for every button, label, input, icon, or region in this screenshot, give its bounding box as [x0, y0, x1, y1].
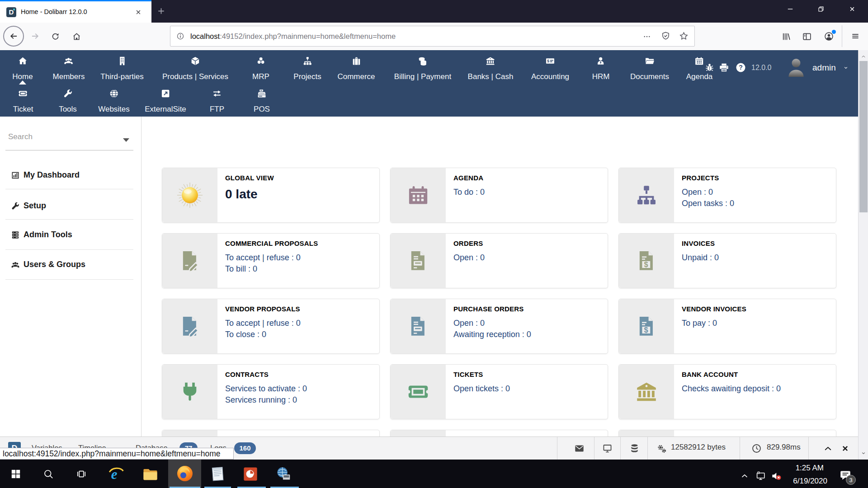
forward-button[interactable] — [31, 32, 40, 41]
avatar[interactable] — [788, 57, 805, 77]
nav-products-services[interactable]: Products | Services — [162, 56, 228, 81]
taskbar-search-icon[interactable] — [43, 469, 54, 479]
search-input[interactable]: Search — [8, 132, 33, 141]
window-restore-button[interactable] — [817, 5, 825, 13]
network-icon[interactable] — [755, 470, 766, 482]
page-actions-icon[interactable] — [643, 33, 651, 41]
browser-scrollbar[interactable] — [858, 50, 868, 460]
debugbar-collapse-icon[interactable] — [823, 443, 833, 454]
file-explorer-icon[interactable] — [142, 466, 159, 483]
nav-hrm[interactable]: HRM — [592, 56, 610, 81]
nav-billing-payment[interactable]: Billing | Payment — [394, 56, 451, 81]
back-button[interactable] — [3, 26, 24, 47]
nav-banks-cash[interactable]: Banks | Cash — [468, 56, 514, 81]
card-stat[interactable]: To accept | refuse : 0 — [225, 318, 301, 329]
nav-home[interactable]: Home — [12, 56, 33, 81]
print-icon[interactable] — [719, 62, 729, 73]
internet-explorer-icon[interactable]: e — [108, 465, 125, 483]
card-stat[interactable]: Unpaid : 0 — [682, 252, 719, 263]
bookmark-star-icon[interactable] — [679, 31, 689, 41]
database-icon[interactable] — [629, 443, 640, 454]
card-stat[interactable]: To bill : 0 — [225, 263, 318, 275]
tab-close-icon[interactable] — [134, 8, 142, 16]
site-info-icon[interactable] — [176, 32, 184, 40]
sidebar-item-admin-tools[interactable]: Admin Tools — [0, 227, 142, 243]
powerpoint-icon[interactable] — [242, 466, 259, 482]
card-stat[interactable]: To close : 0 — [225, 329, 301, 340]
logged-user-name[interactable]: admin — [812, 63, 836, 73]
pocket-icon[interactable] — [661, 31, 670, 41]
tray-expand-icon[interactable] — [740, 471, 749, 480]
card-stat[interactable]: Open : 0 — [682, 187, 734, 198]
card-stat[interactable]: Services running : 0 — [225, 394, 307, 406]
nav-websites[interactable]: Websites — [98, 89, 130, 114]
nav-third-parties[interactable]: Third-parties — [100, 56, 143, 81]
scrollbar-thumb[interactable] — [859, 61, 868, 212]
nav-documents[interactable]: Documents — [630, 56, 669, 81]
new-tab-button[interactable] — [156, 6, 166, 16]
task-view-icon[interactable] — [76, 469, 87, 479]
card-stat[interactable]: Open tasks : 0 — [682, 198, 734, 209]
card-stat[interactable]: Checks awaiting deposit : 0 — [682, 383, 781, 394]
sidebar-item-users-groups[interactable]: Users & Groups — [0, 257, 142, 273]
nav-tools[interactable]: Tools — [59, 89, 77, 114]
card-stat[interactable]: Services to activate : 0 — [225, 383, 307, 394]
firefox-taskbar-button[interactable] — [168, 460, 201, 488]
start-button[interactable] — [10, 469, 21, 479]
card-stat[interactable]: Open : 0 — [453, 252, 485, 263]
widget-commercial-proposals: COMMERCIAL PROPOSALSTo accept | refuse :… — [162, 233, 380, 288]
notepad-icon[interactable] — [209, 465, 226, 483]
debug-bug-icon[interactable] — [704, 62, 715, 73]
card-stat[interactable]: Awaiting reception : 0 — [453, 329, 531, 340]
nav-ftp[interactable]: FTP — [210, 89, 224, 114]
widget-orders: ORDERSOpen : 0 — [390, 233, 608, 288]
card-stat[interactable]: 0 late — [225, 187, 274, 202]
menu-hamburger-icon[interactable] — [851, 32, 860, 41]
reload-button[interactable] — [51, 32, 60, 41]
nav-pos[interactable]: POS — [254, 89, 270, 114]
nav-accounting[interactable]: $Accounting — [531, 56, 569, 81]
nav-projects[interactable]: Projects — [293, 56, 321, 81]
card-stat[interactable]: Open : 0 — [453, 318, 531, 329]
card-stat[interactable]: To accept | refuse : 0 — [225, 252, 318, 263]
taskbar-clock-time[interactable]: 1:25 AM — [787, 464, 824, 473]
user-menu-chevron-icon[interactable] — [843, 65, 849, 70]
card-stat[interactable]: To do : 0 — [453, 187, 485, 198]
url-text: localhost:49152/index.php?mainmenu=home&… — [190, 26, 396, 46]
card-title: COMMERCIAL PROPOSALS — [225, 239, 318, 248]
tools-icon — [63, 89, 73, 99]
card-stat[interactable]: To pay : 0 — [682, 318, 746, 329]
window-minimize-button[interactable] — [786, 5, 794, 13]
taskbar-clock-date[interactable]: 6/19/2020 — [782, 477, 827, 486]
debugbar-close-icon[interactable] — [840, 443, 850, 454]
card-stat[interactable]: Open tickets : 0 — [453, 383, 510, 394]
widget-bank-account: BANK ACCOUNTChecks awaiting deposit : 0 — [618, 364, 836, 419]
library-icon[interactable] — [781, 32, 791, 42]
browser-tab[interactable]: D Home - Dolibarr 12.0.0 — [0, 0, 151, 23]
request-icon[interactable] — [602, 443, 613, 454]
card-title: PROJECTS — [682, 173, 734, 183]
dolibarr-top-nav: Home Members Third-parties Products | Se… — [0, 50, 858, 117]
browser-home-button[interactable] — [72, 32, 81, 41]
nav-externalsite[interactable]: ExternalSite — [145, 89, 186, 114]
nav-members[interactable]: Members — [53, 56, 85, 81]
ticket-icon — [391, 365, 446, 419]
scroll-down-arrow[interactable] — [861, 450, 866, 456]
help-icon[interactable]: ? — [735, 62, 746, 73]
sidebar-item-setup[interactable]: Setup — [0, 198, 142, 214]
nav-commerce[interactable]: Commerce — [337, 56, 375, 81]
nav-ticket[interactable]: Ticket — [13, 89, 33, 114]
window-close-button[interactable] — [848, 5, 856, 13]
card-title: CONTRACTS — [225, 370, 307, 379]
nav-mrp[interactable]: MRP — [252, 56, 269, 81]
left-sidebar: Search My Dashboard Setup Admin Tools Us… — [0, 117, 142, 436]
app-icon[interactable] — [275, 465, 292, 483]
volume-muted-icon[interactable] — [771, 470, 782, 482]
mails-icon[interactable] — [574, 443, 585, 454]
sidebar-item-my-dashboard[interactable]: My Dashboard — [0, 167, 142, 183]
sidebar-toggle-icon[interactable] — [802, 32, 812, 42]
url-bar[interactable]: localhost:49152/index.php?mainmenu=home&… — [170, 26, 695, 47]
scroll-up-arrow[interactable] — [861, 54, 866, 59]
debugbar-divider — [740, 437, 740, 460]
search-dropdown-caret[interactable] — [123, 138, 129, 142]
